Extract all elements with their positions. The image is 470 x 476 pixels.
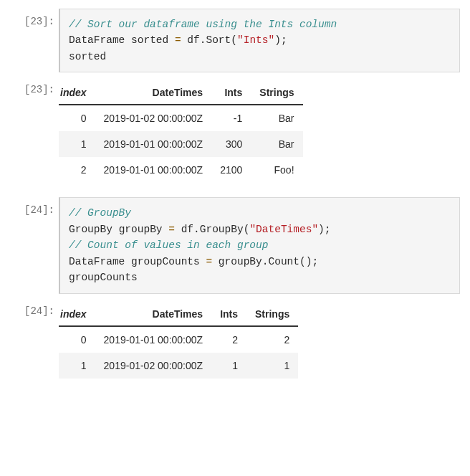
table-row: 0 2019-01-01 00:00:00Z 2 2 bbox=[59, 326, 298, 353]
dataframe-table: index DateTimes Ints Strings 0 2019-01-0… bbox=[59, 303, 298, 379]
table-cell: 1 bbox=[211, 353, 246, 379]
code-token: ; bbox=[281, 34, 287, 46]
code-token: df bbox=[187, 34, 199, 46]
code-token: ( bbox=[231, 34, 237, 46]
code-content: // Sort our dataframe using the Ints col… bbox=[69, 16, 451, 65]
code-token: "DateTimes" bbox=[249, 224, 318, 235]
table-header-row: index DateTimes Ints Strings bbox=[59, 81, 303, 105]
table-cell: 2019-01-02 00:00:00Z bbox=[95, 353, 212, 379]
table-row: 1 2019-01-02 00:00:00Z 1 1 bbox=[59, 353, 298, 379]
code-token: sorted bbox=[69, 51, 106, 62]
table-index-header: index bbox=[59, 81, 95, 105]
code-content: // GroupBy GroupBy groupBy = df.GroupBy(… bbox=[69, 205, 451, 285]
output-area: index DateTimes Ints Strings 0 2019-01-0… bbox=[59, 77, 460, 193]
code-editor[interactable]: // Sort our dataframe using the Ints col… bbox=[59, 9, 460, 72]
table-cell: 1 bbox=[59, 131, 95, 157]
input-prompt: [23]: bbox=[0, 9, 59, 72]
code-comment: // Sort our dataframe using the Ints col… bbox=[69, 19, 337, 30]
dataframe-table: index DateTimes Ints Strings 0 2019-01-0… bbox=[59, 81, 303, 183]
code-token: ; bbox=[325, 224, 331, 235]
table-header: Strings bbox=[251, 81, 302, 105]
table-header: Strings bbox=[246, 303, 298, 326]
table-cell: 2019-01-01 00:00:00Z bbox=[95, 326, 212, 353]
table-header-row: index DateTimes Ints Strings bbox=[59, 303, 298, 326]
code-token: groupBy bbox=[219, 256, 262, 267]
code-cell: [24]: // GroupBy GroupBy groupBy = df.Gr… bbox=[0, 197, 470, 293]
table-cell: 2019-01-01 00:00:00Z bbox=[95, 131, 212, 157]
table-cell: 1 bbox=[246, 353, 298, 379]
output-prompt: [24]: bbox=[0, 298, 59, 389]
code-token: groupBy bbox=[119, 224, 163, 235]
code-token: GroupBy bbox=[69, 224, 112, 235]
code-token: = bbox=[168, 224, 175, 235]
table-header: Ints bbox=[211, 81, 251, 105]
table-cell: 2100 bbox=[211, 157, 251, 183]
code-token: sorted bbox=[131, 34, 168, 46]
table-cell: 2 bbox=[59, 157, 95, 183]
code-token: = bbox=[206, 256, 212, 267]
code-token: ) bbox=[274, 34, 281, 46]
table-header: DateTimes bbox=[95, 303, 212, 326]
code-token: DataFrame bbox=[69, 256, 125, 267]
code-token: "Ints" bbox=[237, 34, 274, 46]
table-header: DateTimes bbox=[95, 81, 212, 105]
code-editor[interactable]: // GroupBy GroupBy groupBy = df.GroupBy(… bbox=[59, 197, 460, 293]
code-token: Count bbox=[268, 256, 299, 267]
code-comment: // Count of values in each group bbox=[69, 239, 268, 251]
code-token: = bbox=[175, 34, 181, 46]
output-cell: [24]: index DateTimes Ints Strings 0 201… bbox=[0, 298, 470, 389]
code-token: . bbox=[193, 224, 200, 235]
table-cell: 2019-01-02 00:00:00Z bbox=[95, 105, 212, 131]
table-cell: 1 bbox=[59, 353, 95, 379]
code-token: ) bbox=[318, 224, 325, 235]
code-comment: // GroupBy bbox=[69, 207, 131, 219]
table-row: 1 2019-01-01 00:00:00Z 300 Bar bbox=[59, 131, 303, 157]
table-row: 0 2019-01-02 00:00:00Z -1 Bar bbox=[59, 105, 303, 131]
table-cell: Bar bbox=[251, 131, 302, 157]
table-cell: Foo! bbox=[251, 157, 302, 183]
table-header: Ints bbox=[211, 303, 246, 326]
code-token: Sort bbox=[206, 34, 231, 46]
output-cell: [23]: index DateTimes Ints Strings 0 201… bbox=[0, 77, 470, 193]
input-prompt: [24]: bbox=[0, 197, 59, 293]
table-cell: 300 bbox=[211, 131, 251, 157]
code-token: df bbox=[181, 224, 193, 235]
table-cell: 2019-01-01 00:00:00Z bbox=[95, 157, 212, 183]
code-token: DataFrame bbox=[69, 34, 125, 46]
table-cell: 0 bbox=[59, 326, 95, 353]
table-cell: 2 bbox=[211, 326, 246, 353]
code-token: groupCounts bbox=[69, 272, 138, 283]
output-area: index DateTimes Ints Strings 0 2019-01-0… bbox=[59, 298, 460, 389]
table-row: 2 2019-01-01 00:00:00Z 2100 Foo! bbox=[59, 157, 303, 183]
code-cell: [23]: // Sort our dataframe using the In… bbox=[0, 9, 470, 72]
code-token: groupCounts bbox=[131, 256, 200, 267]
code-token: ; bbox=[312, 256, 318, 267]
code-token: ( bbox=[299, 256, 306, 267]
table-index-header: index bbox=[59, 303, 95, 326]
table-cell: 0 bbox=[59, 105, 95, 131]
table-cell: -1 bbox=[211, 105, 251, 131]
output-prompt: [23]: bbox=[0, 77, 59, 193]
table-cell: 2 bbox=[246, 326, 298, 353]
table-cell: Bar bbox=[251, 105, 302, 131]
code-token: GroupBy bbox=[200, 224, 244, 235]
